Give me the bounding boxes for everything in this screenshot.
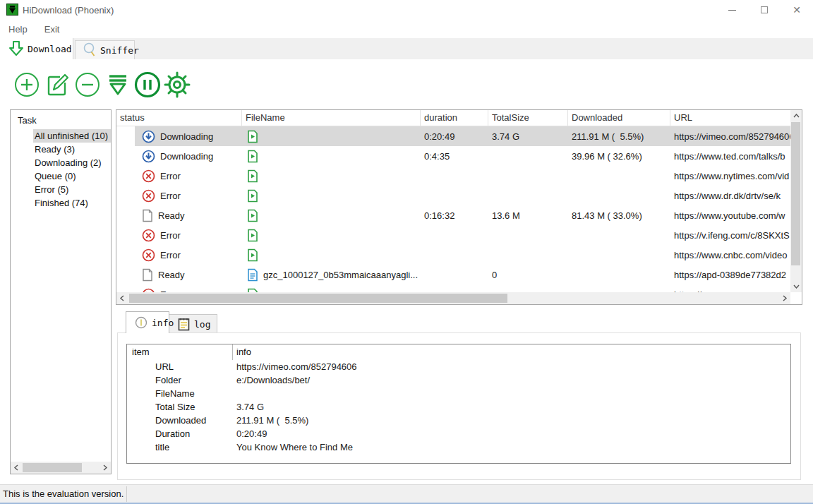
info-table-header: item info bbox=[127, 344, 790, 360]
cell-duration: 0:20:49 bbox=[421, 126, 488, 146]
scroll-up-icon[interactable] bbox=[790, 110, 802, 121]
info-row-value: https://vimeo.com/852794606 bbox=[233, 361, 790, 372]
add-task-icon bbox=[13, 71, 40, 98]
column-header-status[interactable]: status bbox=[116, 110, 242, 126]
tab-download[interactable]: Download bbox=[0, 38, 73, 59]
task-tree-root[interactable]: Task bbox=[18, 115, 37, 126]
cell-duration: 0:4:35 bbox=[421, 146, 488, 166]
tab-log-label: log bbox=[194, 319, 210, 330]
cell-url: https://apd-0389de77382d2 bbox=[670, 265, 790, 284]
column-header-downloaded[interactable]: Downloaded bbox=[568, 110, 670, 126]
download-row[interactable]: Errorhttps://www.dr.dk/drtv/se/k bbox=[116, 186, 790, 205]
cell-downloaded: 211.91 M ( 5.5%) bbox=[568, 126, 670, 146]
info-row: Duration0:20:49 bbox=[127, 427, 790, 440]
remove-task-button[interactable] bbox=[73, 71, 102, 99]
column-header-url[interactable]: URL bbox=[670, 110, 790, 126]
pause-icon bbox=[133, 71, 162, 99]
info-row-value: e:/Downloads/bet/ bbox=[233, 375, 790, 385]
download-row[interactable]: Errorhttps://www.nytimes.com/vid bbox=[116, 166, 790, 186]
maximize-button[interactable] bbox=[748, 0, 781, 20]
cell-downloaded: 81.43 M ( 33.0%) bbox=[568, 205, 670, 225]
cell-duration bbox=[421, 284, 488, 292]
sidebar-item-ready[interactable]: Ready (3) bbox=[33, 143, 112, 156]
pause-button[interactable] bbox=[133, 71, 162, 99]
cell-status: Error bbox=[116, 225, 242, 245]
detail-panel: item info URLhttps://vimeo.com/852794606… bbox=[117, 332, 801, 480]
cell-filename bbox=[242, 186, 421, 205]
table-vertical-scrollbar[interactable] bbox=[790, 110, 802, 292]
start-download-icon bbox=[104, 71, 131, 98]
scroll-right-icon[interactable] bbox=[779, 292, 790, 304]
sidebar-item-finished[interactable]: Finished (74) bbox=[33, 196, 112, 210]
close-button[interactable]: ✕ bbox=[781, 0, 813, 20]
cell-filename bbox=[242, 245, 421, 265]
table-hscroll-thumb[interactable] bbox=[129, 294, 507, 303]
error-status-icon bbox=[142, 189, 155, 203]
doc-file-icon bbox=[247, 268, 258, 282]
scroll-left-icon[interactable] bbox=[11, 462, 22, 474]
status-label: Error bbox=[160, 171, 181, 181]
sidebar-horizontal-scrollbar[interactable] bbox=[11, 462, 111, 474]
table-header: status FileName duration TotalSize Downl… bbox=[116, 110, 790, 126]
add-task-button[interactable] bbox=[13, 71, 41, 99]
status-label: Error bbox=[160, 230, 181, 241]
info-row-label: Folder bbox=[127, 375, 233, 385]
status-label: Ready bbox=[158, 270, 185, 280]
download-row[interactable]: Readygzc_1000127_0b53mmaicaaanyagli...0h… bbox=[116, 265, 790, 284]
settings-button[interactable] bbox=[163, 71, 191, 99]
cell-duration bbox=[421, 186, 488, 205]
info-row-label: Duration bbox=[127, 428, 233, 439]
sidebar-item-all-unfinished[interactable]: All unfinished (10) bbox=[33, 129, 112, 143]
cell-downloaded bbox=[568, 225, 670, 245]
sidebar-item-error[interactable]: Error (5) bbox=[33, 183, 112, 196]
scroll-left-icon[interactable] bbox=[116, 292, 128, 304]
sidebar-scroll-thumb[interactable] bbox=[23, 463, 82, 472]
info-rows: URLhttps://vimeo.com/852794606Foldere:/D… bbox=[127, 360, 790, 454]
cell-totalsize: 0 bbox=[488, 265, 568, 284]
video-file-icon bbox=[247, 229, 258, 242]
tab-sniffer[interactable]: Sniffer bbox=[75, 40, 135, 59]
download-row[interactable]: Downloading0:4:3539.96 M ( 32.6%)https:/… bbox=[116, 146, 790, 166]
cell-duration: 0:16:32 bbox=[421, 205, 488, 225]
tab-log[interactable]: log bbox=[169, 314, 217, 333]
cell-status: Downloading bbox=[116, 126, 242, 146]
minimize-button[interactable] bbox=[716, 0, 748, 20]
start-download-button[interactable] bbox=[104, 71, 132, 99]
cell-totalsize bbox=[488, 186, 568, 205]
edit-task-button[interactable] bbox=[43, 71, 71, 99]
info-row: Downloaded211.91 M ( 5.5%) bbox=[127, 414, 790, 427]
menu-help[interactable]: Help bbox=[0, 20, 36, 38]
sidebar-item-queue[interactable]: Queue (0) bbox=[33, 169, 112, 183]
cell-duration bbox=[421, 265, 488, 284]
info-circle-icon bbox=[135, 316, 147, 329]
maximize-icon bbox=[761, 6, 768, 13]
column-header-duration[interactable]: duration bbox=[421, 110, 488, 126]
download-row[interactable]: Errorhttps:// bbox=[116, 284, 790, 292]
info-row-value: 0:20:49 bbox=[233, 428, 790, 439]
info-row: URLhttps://vimeo.com/852794606 bbox=[127, 360, 790, 373]
scroll-down-icon[interactable] bbox=[790, 281, 802, 292]
download-row[interactable]: Ready0:16:3213.6 M81.43 M ( 33.0%)https:… bbox=[116, 205, 790, 225]
table-horizontal-scrollbar[interactable] bbox=[116, 292, 790, 304]
download-row[interactable]: Errorhttps://v.ifeng.com/c/8SKXtS bbox=[116, 225, 790, 245]
sidebar-item-downloading[interactable]: Downloading (2) bbox=[33, 156, 112, 169]
column-header-filename[interactable]: FileName bbox=[242, 110, 421, 126]
column-header-totalsize[interactable]: TotalSize bbox=[488, 110, 568, 126]
status-label: Ready bbox=[158, 210, 185, 221]
filename-label: gzc_1000127_0b53mmaicaaanyagli... bbox=[263, 270, 418, 280]
cell-filename: gzc_1000127_0b53mmaicaaanyagli... bbox=[242, 265, 421, 284]
menu-exit[interactable]: Exit bbox=[36, 20, 68, 38]
download-row[interactable]: Downloading0:20:493.74 G211.91 M ( 5.5%)… bbox=[116, 126, 790, 146]
info-row-label: URL bbox=[127, 361, 233, 372]
info-row-label: title bbox=[127, 442, 233, 452]
cell-filename bbox=[242, 205, 421, 225]
info-row-value: 211.91 M ( 5.5%) bbox=[233, 415, 790, 426]
status-label: Downloading bbox=[160, 151, 213, 162]
download-row[interactable]: Errorhttps://www.cnbc.com/video bbox=[116, 245, 790, 265]
tab-info[interactable]: info bbox=[126, 311, 169, 333]
main-tab-bar: Download Sniffer bbox=[0, 38, 813, 59]
info-row-label: Downloaded bbox=[127, 415, 233, 426]
table-vscroll-thumb[interactable] bbox=[791, 122, 800, 265]
cell-downloaded: 39.96 M ( 32.6%) bbox=[568, 146, 670, 166]
scroll-right-icon[interactable] bbox=[100, 462, 111, 474]
